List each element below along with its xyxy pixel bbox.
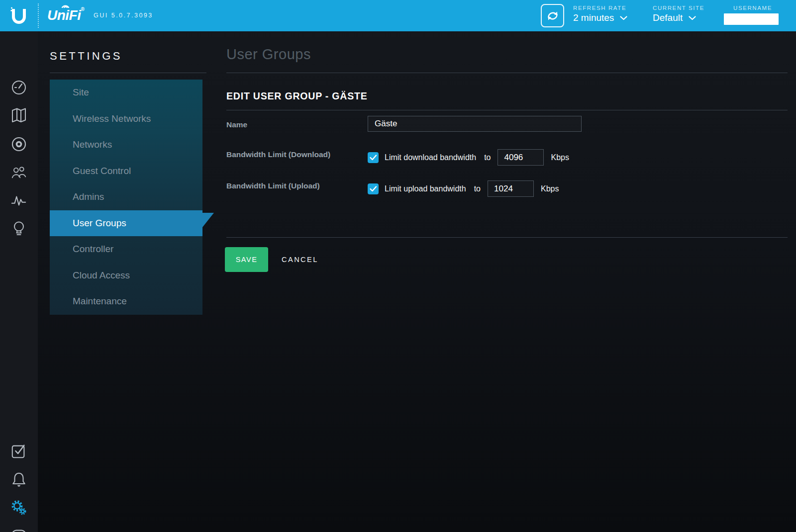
download-to-text: to — [484, 153, 491, 162]
upload-to-text: to — [474, 184, 481, 193]
username-group: USERNAME — [724, 5, 782, 25]
name-input[interactable] — [368, 116, 582, 132]
unifi-controller-screen: UniFi® GUI 5.0.7.3093 REFRESH RATE 2 min… — [0, 0, 796, 532]
settings-heading: SETTINGS — [50, 50, 122, 63]
edit-user-group-heading: EDIT USER GROUP - GÄSTE — [226, 90, 368, 102]
nav-item-admins[interactable]: Admins — [50, 184, 202, 210]
footer-divider — [226, 237, 788, 238]
refresh-sync-icon — [545, 8, 560, 23]
trademark: ® — [81, 6, 85, 12]
nav-item-maintenance[interactable]: Maintenance — [50, 288, 202, 315]
nav-item-guest-control[interactable]: Guest Control — [50, 158, 202, 184]
chat-icon[interactable] — [10, 527, 27, 532]
refresh-rate-group: REFRESH RATE 2 minutes — [573, 5, 627, 23]
current-site-label: CURRENT SITE — [653, 5, 704, 11]
current-site-dropdown[interactable]: Default — [653, 12, 704, 23]
nav-item-controller[interactable]: Controller — [50, 236, 202, 263]
nav-item-networks[interactable]: Networks — [50, 132, 202, 158]
download-checkbox-label[interactable]: Limit download bandwidth — [385, 153, 476, 162]
save-button[interactable]: SAVE — [225, 247, 268, 272]
clients-icon[interactable] — [10, 164, 27, 180]
page-title-divider — [226, 73, 788, 73]
checkmark-icon — [370, 186, 377, 192]
refresh-rate-label: REFRESH RATE — [573, 5, 627, 11]
nav-item-cloud-access[interactable]: Cloud Access — [50, 263, 202, 289]
nav-item-site[interactable]: Site — [50, 80, 202, 106]
settings-nav-panel: Site Wireless Networks Networks Guest Co… — [50, 80, 202, 315]
current-site-group: CURRENT SITE Default — [653, 5, 704, 23]
upload-limit-checkbox[interactable] — [368, 183, 379, 194]
top-header: UniFi® GUI 5.0.7.3093 REFRESH RATE 2 min… — [0, 0, 796, 31]
download-limit-label: Bandwidth Limit (Download) — [226, 150, 330, 159]
page-title: User Groups — [226, 46, 311, 63]
insights-icon[interactable] — [10, 220, 27, 237]
username-value-box[interactable] — [724, 13, 779, 25]
download-limit-row: Limit download bandwidth to Kbps — [368, 149, 569, 166]
chevron-down-icon — [620, 16, 627, 20]
nav-item-wireless-networks[interactable]: Wireless Networks — [50, 106, 202, 132]
ubiquiti-logo[interactable] — [0, 0, 38, 31]
map-icon[interactable] — [10, 107, 27, 124]
chevron-down-icon — [689, 16, 696, 20]
settings-icon[interactable] — [10, 499, 27, 516]
name-label: Name — [226, 120, 247, 129]
header-divider — [38, 3, 39, 28]
upload-limit-row: Limit upload bandwidth to Kbps — [368, 180, 559, 197]
refresh-rate-dropdown[interactable]: 2 minutes — [573, 12, 627, 23]
refresh-button[interactable] — [541, 4, 564, 27]
events-icon[interactable] — [10, 443, 27, 459]
download-limit-input[interactable] — [498, 149, 544, 166]
username-label: USERNAME — [724, 5, 782, 11]
unifi-logo: UniFi® — [47, 7, 84, 23]
wifi-arcs-icon — [59, 2, 72, 8]
icon-rail — [0, 31, 38, 532]
upload-unit: Kbps — [541, 184, 559, 193]
devices-icon[interactable] — [10, 136, 27, 153]
download-limit-checkbox[interactable] — [368, 152, 379, 163]
alerts-icon[interactable] — [10, 471, 27, 488]
gui-version: GUI 5.0.7.3093 — [94, 12, 153, 19]
upload-limit-input[interactable] — [488, 180, 534, 197]
checkmark-icon — [370, 155, 377, 161]
settings-divider — [50, 73, 206, 73]
cancel-button[interactable]: CANCEL — [282, 247, 318, 272]
download-unit: Kbps — [551, 153, 569, 162]
upload-checkbox-label[interactable]: Limit upload bandwidth — [385, 184, 466, 193]
statistics-icon[interactable] — [10, 192, 27, 209]
refresh-rate-value: 2 minutes — [573, 12, 614, 23]
dashboard-icon[interactable] — [10, 79, 27, 96]
ubiquiti-u-icon — [9, 5, 28, 27]
upload-limit-label: Bandwidth Limit (Upload) — [226, 181, 320, 190]
current-site-value: Default — [653, 12, 683, 23]
section-divider — [226, 110, 788, 110]
nav-item-user-groups[interactable]: User Groups — [50, 210, 202, 237]
